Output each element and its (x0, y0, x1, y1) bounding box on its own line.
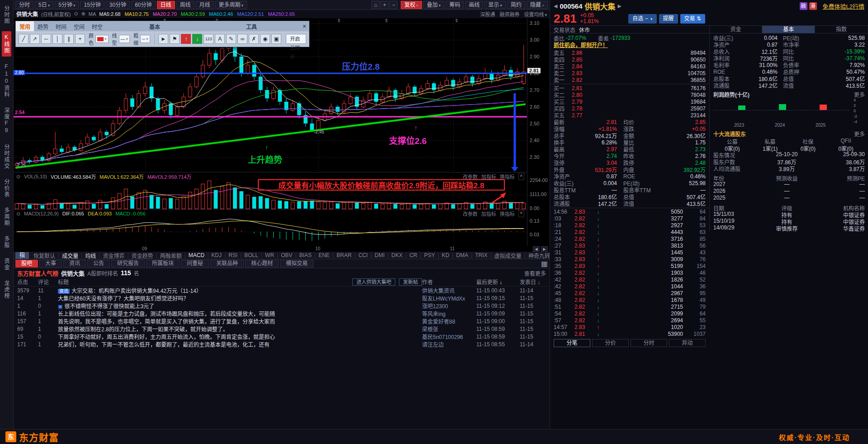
period-button[interactable]: 5分钟▾ (55, 1, 79, 9)
period-button[interactable]: 月线 (196, 1, 214, 9)
ask-row[interactable]: 卖三2.8484163 (550, 63, 709, 70)
tick-tab[interactable]: 分时 (631, 339, 667, 347)
indicator-item[interactable]: 资金趋势 (129, 252, 156, 259)
ask-row[interactable]: 卖二2.83104705 (550, 70, 709, 76)
bottom-tab[interactable]: 关联品种 (210, 260, 244, 267)
buy-mark-tool[interactable]: ↑ (181, 34, 191, 44)
tick-row[interactable]: :332.83↑300976 (550, 256, 709, 263)
drawing-tab[interactable]: 趋势 (34, 21, 52, 31)
post-author-link[interactable]: 涨吧12300 (422, 302, 476, 310)
tick-row[interactable]: :542.82↓209964 (550, 310, 709, 317)
tick-row[interactable]: :312.83↑144543 (550, 249, 709, 256)
sidebar-item[interactable]: K线图 (2, 31, 11, 57)
period-button[interactable]: 30分钟 (106, 1, 130, 9)
indicator-item[interactable]: 资金博弈 (100, 252, 127, 259)
author-column-header[interactable]: 作者 (422, 278, 476, 286)
post-title-link[interactable]: 下周拿好不动就好，周五出消费利好，主力周五开始流入，怕晚。下周肯定会涨，就是担心 (58, 333, 275, 340)
bottom-tab[interactable]: 股吧 (15, 260, 38, 267)
date-column-header[interactable]: 发表日 ↓ (520, 278, 546, 286)
ma-label[interactable]: MA (89, 11, 96, 17)
comments-column-header[interactable]: 评论 (38, 278, 58, 286)
bid-row[interactable]: 买三2.7919684 (550, 98, 709, 105)
parallel-channel-tool[interactable]: ∥ (64, 34, 74, 44)
bottom-tab[interactable]: 公告 (87, 260, 110, 267)
indicator-item[interactable]: KD (439, 252, 452, 258)
flag-tool[interactable]: ⚑ (170, 34, 180, 44)
zoom-in-icon[interactable]: + (380, 1, 389, 9)
drawing-tab[interactable]: 常用 (16, 21, 34, 31)
post-author-link[interactable]: 股友LHWcYMdXx (422, 294, 476, 302)
link-tool[interactable]: ∞ (237, 34, 247, 44)
indicator-item[interactable]: BOLL (242, 252, 261, 258)
tick-row[interactable]: :242.82↓371685 (550, 235, 709, 242)
post-title-link[interactable]: 资讯大宗交易：机构账户卖出供销大集94.42万元（11-14） (58, 286, 202, 294)
compare-icon[interactable]: ⊕ (81, 11, 85, 17)
sidebar-item[interactable]: 分价表 (2, 176, 11, 201)
scroll-left-button[interactable]: ◀ (533, 246, 540, 252)
holders-more-link[interactable]: 更多 (854, 130, 865, 138)
profit-trend-more-link[interactable]: 更多 (854, 91, 865, 98)
rating-row[interactable]: 15/11/03持有中银证券 (710, 211, 868, 218)
drawing-tab[interactable]: 时间 (52, 21, 70, 31)
drawing-tab[interactable]: 时空 (88, 21, 106, 31)
period-button[interactable]: 更多周期▾ (215, 1, 247, 9)
arrow-line-tool[interactable]: ↗ (30, 34, 40, 44)
event-marker-icon[interactable]: ⇧ (337, 18, 341, 23)
tool-button[interactable]: 复权▾ (401, 1, 422, 9)
bid-row[interactable]: 买二2.8078048 (550, 91, 709, 98)
clicks-column-header[interactable]: 点击 (17, 278, 38, 286)
delete-tool[interactable]: ✗ (249, 34, 259, 44)
indicator-item[interactable]: ENE (316, 252, 332, 258)
watchlist-button[interactable]: 自选 − ▾ (628, 14, 656, 24)
tick-row[interactable]: :362.82↓190346 (550, 269, 709, 276)
tick-row[interactable]: :482.82↓167849 (550, 296, 709, 303)
chart-header-link[interactable]: 设置均线▾ (524, 10, 547, 18)
post-title-link[interactable]: 首先说明，我不是唱多，也非唱空，简单就是买入了供销大集，进行了复盘，分享给大家而 (58, 317, 275, 325)
forum-row[interactable]: 150下周拿好不动就好，周五出消费利好，主力周五开始流入，怕晚。下周肯定会涨，就… (14, 333, 550, 340)
period-button[interactable]: 15分钟 (80, 1, 104, 9)
tick-row[interactable]: :272.83↑381356 (550, 242, 709, 249)
sidebar-item[interactable]: 多周期 (2, 205, 11, 229)
updated-column-header[interactable]: 最后更新 ↓ (476, 278, 520, 286)
tick-row[interactable]: :572.82↓269455 (550, 317, 709, 324)
indicator-item[interactable]: WR (262, 252, 277, 258)
period-button[interactable]: 分时 (15, 1, 33, 9)
indicator-item[interactable]: OBV (278, 252, 295, 258)
indicator-item[interactable]: 虚拟成交量 (492, 252, 524, 259)
tick-list[interactable]: 14:562.83↓505064:032.82↓327784:182.82↓29… (550, 208, 709, 337)
volume-annotation[interactable]: 成交量有小幅放大股价触碰前高收盘价2.9附近，回踩站稳2.8 (258, 179, 505, 191)
tick-tab[interactable]: 异动 (669, 339, 706, 347)
prev-stock-button[interactable]: ◀ (554, 3, 557, 9)
tick-row[interactable]: 15:002.81↓539001037 (550, 330, 709, 337)
sidebar-item[interactable]: F10资料 (2, 61, 11, 100)
chart-header-link[interactable]: 深股通 (480, 10, 495, 18)
indicator-item[interactable]: DMI (372, 252, 387, 258)
indicator-item[interactable]: TRIX (472, 252, 490, 258)
indicator-item[interactable]: CCI (356, 252, 370, 258)
forum-row[interactable]: 1161长上影线低位出现：可能是主力试盘，测试市场跟风盘和抛压，若后段成交量放大… (14, 310, 550, 317)
post-title-link[interactable]: ▣很不错啊怪不得涨了很快就能上3元了 (58, 302, 154, 310)
visibility-tool[interactable]: ◉ (260, 34, 270, 44)
event-marker-icon[interactable]: ⇧ (384, 18, 388, 23)
bid-row[interactable]: 买一2.8176176 (550, 85, 709, 91)
trade-button[interactable]: 交易 ⇅ (680, 14, 705, 24)
resistance-label[interactable]: 压力位2.8 (342, 60, 379, 72)
close-icon[interactable]: × (518, 210, 524, 217)
vertical-line-tool[interactable]: │ (52, 34, 62, 44)
post-author-link[interactable]: 供销大集资讯 (422, 286, 476, 294)
tick-row[interactable]: :212.82↓444363 (550, 229, 709, 235)
forum-row[interactable]: 141大集已经60天没有涨停了？大集吧朋友们感觉还好吗？股友LHWcYMdXx1… (14, 294, 550, 302)
tick-row[interactable]: :452.82↓296795 (550, 290, 709, 296)
panel-action-link[interactable]: 改参数 (463, 210, 478, 217)
popularity-rank-title[interactable]: 东方财富人气榜 (17, 269, 58, 277)
indicator-bar-label[interactable]: 指标 (15, 252, 29, 259)
period-button[interactable]: 日线 (157, 1, 175, 9)
cloud-sync-button[interactable]: 开启云同步 (286, 34, 306, 44)
panel-action-link[interactable]: 换指标 (500, 210, 515, 217)
ask-row[interactable]: 卖一2.8236855 (550, 76, 709, 83)
number-mark-tool[interactable]: 123 (204, 34, 213, 44)
snapshot-tool[interactable]: ▣ (271, 34, 281, 44)
title-column-header[interactable]: 标题 (58, 278, 69, 286)
post-title-link[interactable]: 兄弟们，听句劝，下周一不管怎么低开，都要跑了，最近的主流基本是电池，化工，还有 (58, 340, 270, 348)
bottom-tab[interactable]: 所属板块 (146, 260, 180, 267)
